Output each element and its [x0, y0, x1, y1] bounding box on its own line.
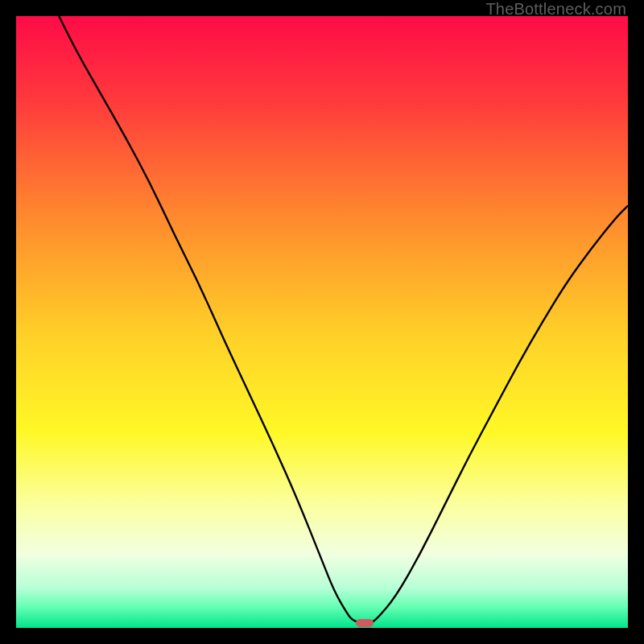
chart-frame: TheBottleneck.com [0, 0, 644, 644]
bottleneck-curve [59, 16, 628, 623]
optimal-marker [356, 619, 374, 627]
curve-layer [16, 16, 628, 628]
plot-area [16, 16, 628, 628]
